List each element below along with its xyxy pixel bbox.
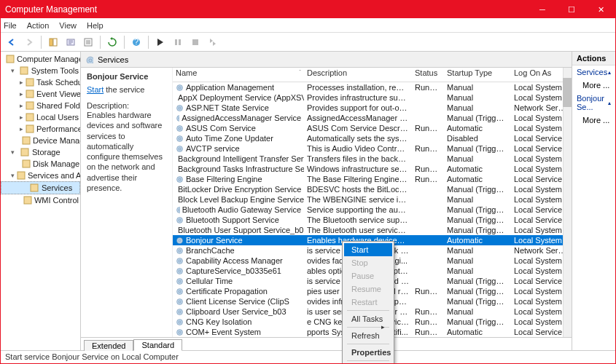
forward-button[interactable] — [21, 34, 37, 50]
svg-rect-1 — [53, 39, 57, 46]
back-button[interactable] — [4, 34, 20, 50]
menu-file[interactable]: File — [4, 21, 17, 30]
context-menu: Start Stop Pause Resume Restart All Task… — [342, 241, 394, 364]
ctx-start[interactable]: Start — [344, 243, 392, 256]
column-headers[interactable]: Name ˆ Description Status Startup Type L… — [173, 68, 572, 82]
actions-group-services[interactable]: Services▴ — [572, 66, 615, 79]
actions-group-selected[interactable]: Bonjour Se...▴ — [572, 92, 615, 114]
service-row[interactable]: Bluetooth Audio Gateway ServiceService s… — [173, 205, 572, 215]
center-pane: Services Bonjour Service Start the servi… — [81, 52, 572, 350]
col-logon-as[interactable]: Log On As — [511, 68, 569, 82]
titlebar: Computer Management ─ ☐ ✕ — [1, 1, 615, 18]
menu-view[interactable]: View — [59, 21, 77, 30]
minimize-button[interactable]: ─ — [528, 1, 557, 18]
description-text: Enables hardware devices and software se… — [87, 110, 166, 193]
service-row[interactable]: Block Level Backup Engine ServiceThe WBE… — [173, 194, 572, 205]
service-row[interactable]: AVCTP serviceThis is Audio Video Control… — [173, 143, 572, 154]
service-row[interactable]: Bluetooth Support ServiceThe Bluetooth s… — [173, 215, 572, 225]
actions-header: Actions — [572, 52, 615, 66]
ctx-pause: Pause — [344, 269, 392, 282]
tab-standard[interactable]: Standard — [133, 339, 182, 351]
col-name[interactable]: Name ˆ — [173, 68, 304, 82]
service-row[interactable]: AssignedAccessManager ServiceAssignedAcc… — [173, 113, 572, 123]
services-header: Services — [81, 52, 572, 68]
menu-action[interactable]: Action — [27, 21, 50, 30]
description-label: Description: — [87, 101, 166, 110]
svg-rect-8 — [192, 39, 198, 45]
svg-point-55 — [179, 240, 181, 242]
show-hide-button[interactable] — [45, 34, 61, 50]
svg-point-67 — [179, 301, 181, 303]
scrollbar[interactable] — [563, 68, 572, 337]
tree-item[interactable]: ▸Event Viewer — [1, 88, 80, 100]
tree-item[interactable]: ▸Shared Folders — [1, 100, 80, 111]
service-row[interactable]: Application ManagementProcesses installa… — [173, 82, 572, 92]
svg-point-49 — [179, 209, 180, 211]
svg-rect-10 — [20, 67, 28, 74]
service-row[interactable]: BitLocker Drive Encryption ServiceBDESVC… — [173, 184, 572, 194]
ctx-resume: Resume — [344, 282, 392, 296]
nav-tree[interactable]: Computer Management (Local)▾System Tools… — [1, 52, 81, 350]
service-row[interactable]: Background Tasks Infrastructure ServiceW… — [173, 164, 572, 174]
actions-more-2[interactable]: More ... — [572, 114, 615, 127]
tree-item[interactable]: Computer Management (Local) — [1, 53, 80, 65]
help-button[interactable]: ? — [128, 34, 144, 50]
tree-item[interactable]: Device Manager — [1, 135, 80, 146]
tree-item[interactable]: Services — [1, 181, 80, 194]
pause-service-button[interactable] — [170, 34, 186, 50]
ctx-all-tasks[interactable]: All Tasks — [344, 312, 392, 325]
tree-item[interactable]: ▸Performance — [1, 123, 80, 135]
svg-rect-15 — [26, 125, 34, 132]
refresh-button[interactable] — [104, 34, 120, 50]
service-row[interactable]: Base Filtering EngineThe Base Filtering … — [173, 174, 572, 184]
tree-item[interactable]: ▾Storage — [1, 146, 80, 158]
service-row[interactable]: ASP.NET State ServiceProvides support fo… — [173, 103, 572, 113]
start-link[interactable]: Start — [87, 85, 104, 94]
svg-text:?: ? — [134, 37, 139, 46]
service-row[interactable]: Bluetooth User Support Service_b0335e61T… — [173, 225, 572, 235]
maximize-button[interactable]: ☐ — [557, 1, 586, 18]
tree-item[interactable]: Disk Management — [1, 158, 80, 170]
service-row[interactable]: ASUS Com ServiceASUS Com Service Descrip… — [173, 123, 572, 133]
col-status[interactable]: Status — [412, 68, 444, 82]
service-row[interactable]: AppX Deployment Service (AppXSVC)Provide… — [173, 92, 572, 103]
tab-extended[interactable]: Extended — [84, 340, 133, 351]
ctx-refresh[interactable]: Refresh — [344, 329, 392, 342]
svg-point-59 — [179, 260, 181, 262]
service-row[interactable]: Background Intelligent Transfer ServiceT… — [173, 154, 572, 164]
ctx-properties[interactable]: Properties — [344, 346, 392, 359]
ctx-stop: Stop — [344, 256, 392, 269]
restart-service-button[interactable] — [205, 34, 221, 50]
tree-item[interactable]: ▸Task Scheduler — [1, 76, 80, 88]
menu-help[interactable]: Help — [87, 21, 104, 30]
svg-rect-12 — [26, 90, 34, 98]
tree-item[interactable]: ▾System Tools — [1, 65, 80, 76]
tree-item[interactable]: ▾Services and Applications — [1, 170, 80, 181]
svg-point-63 — [179, 280, 181, 282]
svg-point-43 — [179, 178, 181, 181]
tree-item[interactable]: ▸Local Users and Groups — [1, 111, 80, 123]
close-button[interactable]: ✕ — [586, 1, 615, 18]
tree-item[interactable]: WMI Control — [1, 194, 80, 206]
view-tabs: Extended Standard — [81, 337, 572, 350]
menubar: File Action View Help — [1, 18, 615, 33]
col-startup-type[interactable]: Startup Type — [444, 68, 511, 82]
stop-service-button[interactable] — [187, 34, 203, 50]
svg-rect-17 — [21, 149, 28, 156]
svg-rect-19 — [17, 172, 25, 179]
svg-rect-21 — [24, 197, 31, 204]
col-description[interactable]: Description — [304, 68, 412, 82]
svg-rect-0 — [50, 39, 52, 46]
actions-more-1[interactable]: More ... — [572, 79, 615, 92]
services-body: Bonjour Service Start the service Descri… — [81, 68, 572, 337]
svg-point-51 — [179, 219, 181, 221]
scroll-thumb[interactable] — [563, 78, 572, 107]
service-row[interactable]: Auto Time Zone UpdaterAutomatically sets… — [173, 133, 572, 143]
svg-rect-16 — [23, 137, 30, 144]
properties-button[interactable] — [80, 34, 96, 50]
export-button[interactable] — [63, 34, 79, 50]
start-service-button[interactable] — [152, 34, 168, 50]
svg-rect-9 — [7, 55, 14, 63]
svg-point-33 — [179, 127, 181, 130]
svg-rect-18 — [23, 160, 30, 167]
